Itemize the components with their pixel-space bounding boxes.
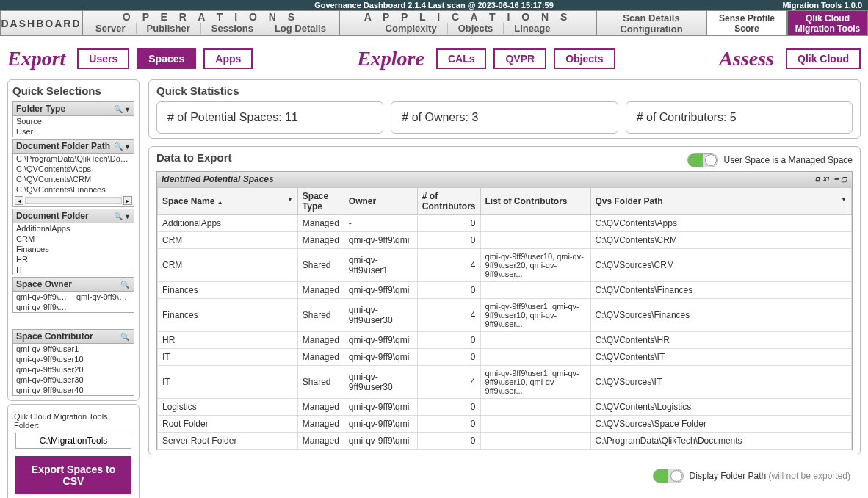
list-item[interactable]: HR bbox=[13, 254, 134, 264]
list-item[interactable]: qmi-qv-9ff9\qmi bbox=[13, 292, 73, 302]
qlik-cloud-button[interactable]: Qlik Cloud bbox=[786, 48, 861, 69]
nav-sense-profile-score[interactable]: Sense Profile Score bbox=[706, 10, 787, 36]
cell-space-name: HR bbox=[158, 332, 298, 349]
list-item[interactable]: qmi-qv-9ff9\user1 bbox=[13, 344, 134, 354]
list-item[interactable]: AdditionalApps bbox=[13, 223, 134, 234]
users-button[interactable]: Users bbox=[77, 48, 129, 69]
col-space-name[interactable]: Space Name ▲▼ bbox=[158, 188, 298, 215]
table-minimize-icon[interactable]: ━ bbox=[834, 176, 838, 184]
col-space-type[interactable]: Space Type bbox=[297, 188, 344, 215]
table-row[interactable]: ITManagedqmi-qv-9ff9\qmi0C:\QVContents\I… bbox=[158, 349, 852, 366]
table-row[interactable]: Root FolderManagedqmi-qv-9ff9\qmi0C:\QVS… bbox=[158, 416, 852, 433]
table-row[interactable]: AdditionalAppsManaged-0C:\QVContents\App… bbox=[158, 215, 852, 232]
table-xl-icon[interactable]: XL bbox=[822, 176, 831, 184]
nav-migration-tools[interactable]: Qlik Cloud Migration Tools bbox=[787, 10, 868, 36]
export-spaces-csv-button[interactable]: Export Spaces to CSV bbox=[15, 456, 131, 494]
list-item[interactable]: qmi-qv-9ff9\user40 bbox=[13, 385, 134, 395]
scroll-left-icon[interactable]: ◂ bbox=[15, 196, 23, 205]
list-item[interactable]: CRM bbox=[13, 234, 134, 244]
data-export-panel: Data to Export User Space is a Managed S… bbox=[148, 146, 861, 455]
col-owner[interactable]: Owner bbox=[344, 188, 417, 215]
col-contributor-count[interactable]: # of Contributors bbox=[417, 188, 480, 215]
nav-publisher[interactable]: Publisher bbox=[137, 23, 201, 34]
cell-qvs-folder-path: C:\QVContents\Logistics bbox=[590, 399, 851, 416]
cell-qvs-folder-path: C:\QVSources\CRM bbox=[590, 249, 851, 282]
cell-owner: qmi-qv-9ff9\qmi bbox=[344, 433, 417, 450]
spaces-table: Space Name ▲▼ Space Type Owner # of Cont… bbox=[157, 187, 852, 450]
cals-button[interactable]: CALs bbox=[436, 48, 487, 69]
nav-sessions[interactable]: Sessions bbox=[201, 23, 264, 34]
data-export-title: Data to Export bbox=[156, 151, 687, 164]
nav-log-details[interactable]: Log Details bbox=[264, 23, 336, 34]
list-item[interactable]: C:\QVContents\Finances bbox=[13, 184, 134, 195]
document-folder-filter: Document Folder🔍▾ AdditionalApps CRM Fin… bbox=[12, 209, 134, 275]
search-icon[interactable]: 🔍 bbox=[119, 281, 131, 289]
qvpr-button[interactable]: QVPR bbox=[493, 48, 546, 69]
scroll-right-icon[interactable]: ▸ bbox=[123, 196, 132, 205]
table-row[interactable]: FinancesManagedqmi-qv-9ff9\qmi0C:\QVCont… bbox=[158, 282, 852, 299]
list-item[interactable]: User bbox=[13, 126, 134, 137]
cell-contributors: qmi-qv-9ff9\user1, qmi-qv-9ff9\user10, q… bbox=[480, 366, 590, 399]
display-folder-path-toggle[interactable] bbox=[653, 469, 684, 483]
list-item[interactable]: C:\QVContents\CRM bbox=[13, 174, 134, 184]
list-item[interactable]: qmi-qv-9ff9\user20 bbox=[13, 364, 134, 375]
list-item[interactable]: qmi-qv-9ff9\user10 bbox=[13, 354, 134, 364]
spaces-button[interactable]: Spaces bbox=[137, 48, 196, 69]
chevron-down-icon[interactable]: ▼ bbox=[841, 196, 847, 203]
nav-lineage[interactable]: Lineage bbox=[504, 23, 560, 34]
cell-space-type: Managed bbox=[297, 332, 344, 349]
table-detach-icon[interactable]: ⧉ bbox=[815, 176, 820, 184]
nav-server[interactable]: Server bbox=[85, 23, 136, 34]
dropdown-icon[interactable]: ▾ bbox=[124, 212, 131, 220]
col-contributors[interactable]: List of Contributors bbox=[480, 188, 590, 215]
col-qvs-folder-path[interactable]: Qvs Folder Path▼ bbox=[590, 188, 851, 215]
table-row[interactable]: FinancesSharedqmi-qv-9ff9\user304qmi-qv-… bbox=[158, 299, 852, 332]
table-row[interactable]: LogisticsManagedqmi-qv-9ff9\qmi0C:\QVCon… bbox=[158, 399, 852, 416]
list-item[interactable]: C:\QVContents\Apps bbox=[13, 164, 134, 174]
objects-button[interactable]: Objects bbox=[554, 48, 615, 69]
space-contributor-header: Space Contributor bbox=[16, 331, 119, 342]
list-item[interactable]: qmi-qv-9ff9\use... bbox=[13, 302, 73, 312]
dropdown-icon[interactable]: ▾ bbox=[124, 105, 131, 113]
list-item[interactable]: Source bbox=[13, 116, 134, 126]
cell-owner: qmi-qv-9ff9\qmi bbox=[344, 349, 417, 366]
cell-space-type: Managed bbox=[297, 282, 344, 299]
migration-folder-input[interactable]: C:\MigrationTools bbox=[15, 433, 131, 449]
horizontal-scrollbar[interactable]: ◂▸ bbox=[13, 195, 134, 206]
cell-contributor-count: 0 bbox=[417, 215, 480, 232]
chevron-down-icon[interactable]: ▼ bbox=[287, 196, 293, 203]
nav-configuration: Configuration bbox=[620, 24, 682, 35]
list-item[interactable]: IT bbox=[13, 264, 134, 275]
nav-complexity[interactable]: Complexity bbox=[375, 23, 448, 34]
table-row[interactable]: HRManagedqmi-qv-9ff9\qmi0C:\QVContents\H… bbox=[158, 332, 852, 349]
scroll-track[interactable] bbox=[25, 197, 122, 204]
managed-space-toggle[interactable] bbox=[687, 153, 718, 167]
cell-contributor-count: 4 bbox=[417, 249, 480, 282]
search-icon[interactable]: 🔍 bbox=[119, 333, 131, 341]
list-item[interactable]: qmi-qv-9ff9\user30 bbox=[13, 375, 134, 385]
table-maximize-icon[interactable]: ▢ bbox=[841, 176, 847, 184]
apps-button[interactable]: Apps bbox=[203, 48, 253, 69]
cell-contributors bbox=[480, 232, 590, 249]
cell-owner: qmi-qv-9ff9\qmi bbox=[344, 399, 417, 416]
nav-scan[interactable]: Scan Details Configuration bbox=[596, 10, 706, 36]
table-row[interactable]: CRMSharedqmi-qv-9ff9\user14qmi-qv-9ff9\u… bbox=[158, 249, 852, 282]
table-row[interactable]: ITSharedqmi-qv-9ff9\user304qmi-qv-9ff9\u… bbox=[158, 366, 852, 399]
list-item[interactable]: Finances bbox=[13, 244, 134, 254]
cell-space-type: Shared bbox=[297, 299, 344, 332]
nav-dashboard[interactable]: DASHBOARD bbox=[0, 10, 82, 36]
search-icon[interactable]: 🔍 bbox=[112, 105, 124, 113]
search-icon[interactable]: 🔍 bbox=[112, 212, 124, 220]
migration-folder-label: Qlik Cloud Migration Tools Folder: bbox=[12, 409, 134, 430]
table-row[interactable]: Server Root FolderManagedqmi-qv-9ff9\qmi… bbox=[158, 433, 852, 450]
table-row[interactable]: CRMManagedqmi-qv-9ff9\qmi0C:\QVContents\… bbox=[158, 232, 852, 249]
status-bar: Governance Dashboard 2.1.4 Last scan @ 2… bbox=[0, 0, 868, 10]
nav-objects[interactable]: Objects bbox=[448, 23, 504, 34]
list-item[interactable]: C:\ProgramData\QlikTech\Docum... bbox=[13, 154, 134, 164]
cell-qvs-folder-path: C:\QVSources\Space Folder bbox=[590, 416, 851, 433]
quick-selections-title: Quick Selections bbox=[12, 84, 134, 97]
list-item[interactable]: qmi-qv-9ff9\user1 bbox=[73, 292, 134, 302]
search-icon[interactable]: 🔍 bbox=[112, 142, 124, 151]
dropdown-icon[interactable]: ▾ bbox=[124, 142, 131, 151]
table-title: Identified Potential Spaces bbox=[162, 174, 815, 184]
